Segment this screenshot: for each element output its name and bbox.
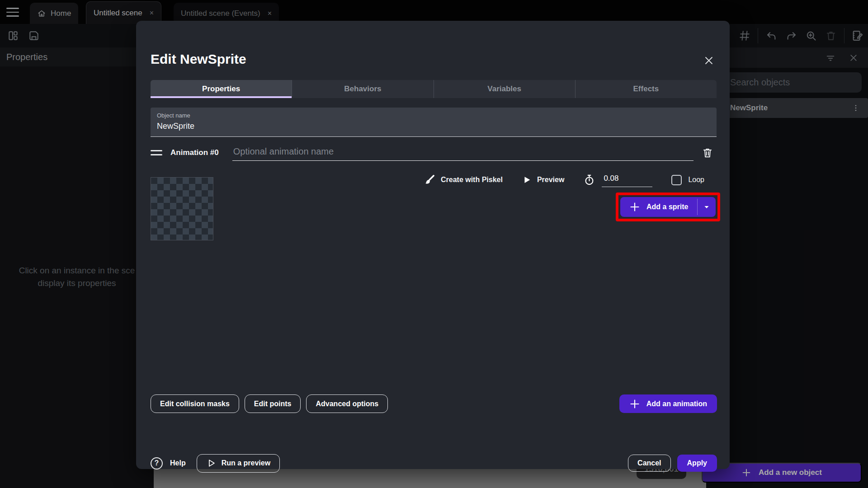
add-sprite-dropdown-caret-icon[interactable] xyxy=(698,197,716,217)
edit-collision-masks-button[interactable]: Edit collision masks xyxy=(151,394,239,413)
loop-checkbox[interactable] xyxy=(671,175,682,185)
empty-sprite-thumbnail[interactable] xyxy=(151,177,213,240)
tab-behaviors[interactable]: Behaviors xyxy=(292,80,433,98)
play-icon xyxy=(522,175,532,185)
play-outline-icon xyxy=(206,458,216,468)
time-between-frames-input[interactable] xyxy=(602,173,652,187)
animation-row: Animation #0 xyxy=(151,144,717,162)
edit-points-button[interactable]: Edit points xyxy=(245,394,301,413)
run-a-preview-label: Run a preview xyxy=(222,459,270,467)
animation-label: Animation #0 xyxy=(170,148,219,157)
run-a-preview-button[interactable]: Run a preview xyxy=(197,454,280,473)
preview-label: Preview xyxy=(537,176,564,184)
tab-properties[interactable]: Properties xyxy=(151,80,292,98)
animation-name-input[interactable] xyxy=(232,145,693,161)
add-sprite-label: Add a sprite xyxy=(646,203,688,211)
add-animation-label: Add an animation xyxy=(646,400,707,408)
dialog-footer: ? Help Run a preview Cancel Apply xyxy=(151,453,717,473)
object-name-field-value: NewSprite xyxy=(157,122,710,131)
create-with-piskel-label: Create with Piskel xyxy=(441,176,503,184)
tab-variables[interactable]: Variables xyxy=(434,80,575,98)
add-sprite-button[interactable]: Add a sprite xyxy=(620,197,716,217)
help-button[interactable]: ? Help xyxy=(151,457,186,469)
cancel-button[interactable]: Cancel xyxy=(628,455,670,472)
edit-sprite-dialog: Edit NewSprite Properties Behaviors Vari… xyxy=(136,21,730,469)
animation-controls-row: Create with Piskel Preview Loop xyxy=(424,171,704,189)
brush-icon xyxy=(424,174,435,186)
dialog-close-icon[interactable] xyxy=(702,53,716,68)
dialog-title: Edit NewSprite xyxy=(151,52,246,67)
tab-effects[interactable]: Effects xyxy=(575,80,717,98)
apply-button[interactable]: Apply xyxy=(677,455,717,472)
plus-icon xyxy=(629,202,640,212)
add-animation-button[interactable]: Add an animation xyxy=(619,394,717,413)
advanced-options-button[interactable]: Advanced options xyxy=(306,394,388,413)
sprite-tools-row: Edit collision masks Edit points Advance… xyxy=(151,394,388,413)
gdevelop-app: Home Untitled scene × Untitled scene (Ev… xyxy=(0,0,868,488)
help-label: Help xyxy=(170,459,186,467)
delete-animation-trash-icon[interactable] xyxy=(702,147,713,159)
stopwatch-icon xyxy=(583,174,595,186)
loop-label: Loop xyxy=(688,176,704,184)
object-name-field-label: Object name xyxy=(157,112,710,119)
drag-handle-icon[interactable] xyxy=(151,150,162,155)
preview-button[interactable]: Preview xyxy=(522,175,564,185)
add-sprite-highlight-box: Add a sprite xyxy=(616,192,720,221)
plus-icon xyxy=(629,399,640,409)
create-with-piskel-button[interactable]: Create with Piskel xyxy=(424,174,503,186)
object-name-field[interactable]: Object name NewSprite xyxy=(151,108,717,137)
dialog-tab-bar: Properties Behaviors Variables Effects xyxy=(151,80,717,98)
help-icon: ? xyxy=(151,457,163,469)
